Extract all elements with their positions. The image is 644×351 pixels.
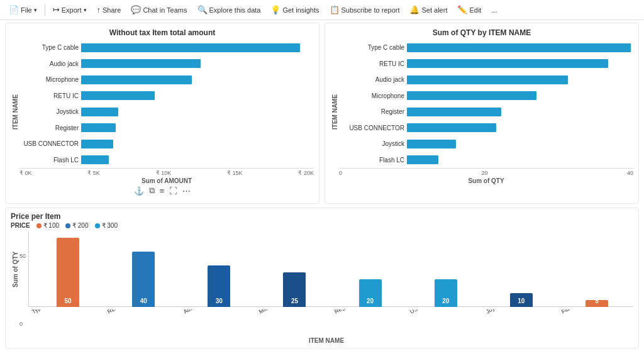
bar xyxy=(407,155,438,164)
x-label: Flash LC xyxy=(560,309,633,326)
bar-label: Joystick xyxy=(341,140,404,147)
more-button[interactable]: ... xyxy=(487,4,501,16)
bar-container xyxy=(81,59,311,68)
bar-container xyxy=(81,43,311,52)
bar-group: 40 xyxy=(107,252,180,307)
legend-label: ₹ 200 xyxy=(72,222,88,229)
x-tick: 20 xyxy=(481,170,487,176)
expand-icon[interactable]: ⛶ xyxy=(169,186,177,196)
x-tick: 40 xyxy=(627,170,633,176)
subscribe-button[interactable]: 📋 Subscribe to report xyxy=(326,3,404,16)
insights-button[interactable]: 💡 Get insights xyxy=(267,3,323,16)
chart1-area: Type C cableAudio jackMicrophoneRETU ICJ… xyxy=(19,40,314,184)
bar-label: Audio jack xyxy=(341,76,404,83)
legend-label: ₹ 100 xyxy=(43,222,59,229)
bar xyxy=(407,123,496,132)
vbar: 40 xyxy=(132,252,155,307)
bar-label: USB CONNECTOR xyxy=(22,140,79,147)
chart1-body: ITEM NAME Type C cableAudio jackMicropho… xyxy=(11,40,314,184)
bar-group: 30 xyxy=(182,265,255,307)
edit-icon: ✏️ xyxy=(457,5,467,14)
table-row: Type C cable xyxy=(341,42,631,54)
chart3-legend: PRICE₹ 100₹ 200₹ 300 xyxy=(11,222,633,229)
bar xyxy=(81,140,113,148)
table-row: Type C cable xyxy=(22,42,311,54)
chart1-panel: Without tax Item total amount ITEM NAME … xyxy=(5,23,319,204)
legend-item: ₹ 300 xyxy=(95,222,118,229)
menu-icon[interactable]: ≡ xyxy=(160,186,165,196)
table-row: RETU IC xyxy=(341,57,631,70)
ellipsis-icon[interactable]: ⋯ xyxy=(182,186,191,196)
bar-group: 20 xyxy=(409,279,482,307)
bar xyxy=(407,140,456,148)
bar xyxy=(407,43,631,52)
chart1-title: Without tax Item total amount xyxy=(11,28,314,37)
table-row: Microphone xyxy=(22,74,311,86)
bar-container xyxy=(407,108,631,116)
chart2-y-label: ITEM NAME xyxy=(330,40,339,184)
chat-button[interactable]: 💬 Chat in Teams xyxy=(127,3,191,16)
bar xyxy=(407,59,608,68)
table-row: Audio jack xyxy=(22,57,311,70)
legend-prefix: PRICE xyxy=(11,222,30,229)
bar-container xyxy=(81,108,311,116)
bar-label: RETU IC xyxy=(22,92,79,99)
bar-group: 20 xyxy=(334,279,407,307)
bar-container xyxy=(81,75,311,84)
bar-container xyxy=(81,123,311,132)
bar xyxy=(81,43,300,52)
file-icon: 📄 xyxy=(9,5,19,14)
chart1-x-axis: ₹ 0K₹ 5K₹ 10K₹ 15K₹ 20K xyxy=(19,168,314,176)
share-button[interactable]: ↑ Share xyxy=(93,3,125,16)
x-tick: ₹ 0K xyxy=(19,170,32,176)
bar-group: 10 xyxy=(485,293,558,307)
x-tick: ₹ 10K xyxy=(156,170,172,176)
export-button[interactable]: ↦ Export ▾ xyxy=(49,3,91,16)
bar xyxy=(81,75,192,84)
bar xyxy=(81,155,109,164)
bar xyxy=(407,91,536,100)
chart3-title: Price per Item xyxy=(11,212,633,221)
bar-value: 50 xyxy=(57,298,79,304)
alert-icon: 🔔 xyxy=(409,5,419,14)
bar-label: Type C cable xyxy=(341,44,404,51)
y-tick-0: 0 xyxy=(19,321,26,327)
export-icon: ↦ xyxy=(53,5,60,14)
vbar: 25 xyxy=(283,272,306,307)
legend-dot xyxy=(65,223,70,228)
chart1-controls: ⚓ ⧉ ≡ ⛶ ⋯ xyxy=(11,186,314,196)
edit-button[interactable]: ✏️ Edit xyxy=(453,3,485,16)
explore-icon: 🔍 xyxy=(197,5,208,14)
table-row: USB CONNECTOR xyxy=(341,121,631,134)
bar xyxy=(81,108,118,116)
explore-button[interactable]: 🔍 Explore this data xyxy=(194,3,265,16)
toolbar: 📄 File ▾ ↦ Export ▾ ↑ Share 💬 Chat in Te… xyxy=(0,0,644,20)
file-button[interactable]: 📄 File ▾ xyxy=(5,3,41,16)
bar-container xyxy=(407,91,631,100)
bar-value: 20 xyxy=(435,298,457,304)
bar-value: 10 xyxy=(510,298,533,304)
table-row: Joystick xyxy=(22,106,311,118)
vbar: 20 xyxy=(359,279,382,307)
bar-label: Flash LC xyxy=(22,157,79,164)
main-content: Without tax Item total amount ITEM NAME … xyxy=(0,20,644,351)
chart1-x-label: Sum of AMOUNT xyxy=(19,177,314,184)
chart3-x-label: ITEM NAME xyxy=(19,337,633,344)
chart2-title: Sum of QTY by ITEM NAME xyxy=(330,28,633,37)
bar-container xyxy=(407,140,631,148)
chart1-rows: Type C cableAudio jackMicrophoneRETU ICJ… xyxy=(19,40,314,168)
alert-button[interactable]: 🔔 Set alert xyxy=(406,3,451,16)
table-row: Register xyxy=(22,121,311,134)
anchor-icon[interactable]: ⚓ xyxy=(134,186,144,196)
bar-group: 25 xyxy=(258,272,331,307)
vbar: 20 xyxy=(435,279,457,307)
chart1-y-label: ITEM NAME xyxy=(11,40,19,184)
bar-container xyxy=(81,140,311,148)
chat-icon: 💬 xyxy=(131,5,141,14)
vbar: 30 xyxy=(208,265,230,307)
table-row: Register xyxy=(341,106,631,118)
bar-container xyxy=(407,43,631,52)
table-row: Flash LC xyxy=(341,153,631,166)
copy-icon[interactable]: ⧉ xyxy=(149,186,155,196)
legend-dot xyxy=(95,223,100,228)
